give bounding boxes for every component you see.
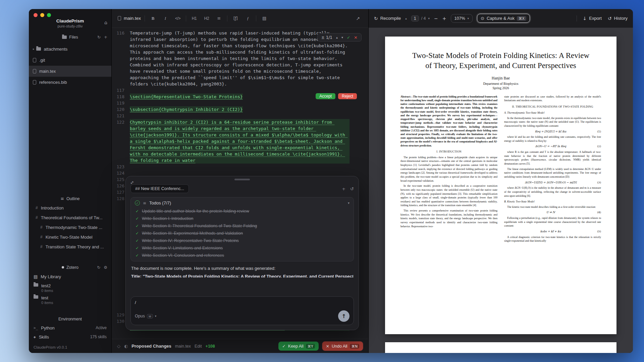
zotero-library-item[interactable]: ▤ My Library (29, 272, 111, 282)
file-tree-item[interactable]: references.bib (29, 77, 111, 88)
export-button[interactable]: ↓ Export (583, 16, 602, 21)
capture-ask-button[interactable]: ⊙ Capture & Ask ⌘X (477, 14, 530, 23)
recompile-button[interactable]: ↻ Recompile (374, 16, 401, 21)
outline-icon: ≡ (60, 196, 64, 201)
insert-figure-button[interactable]: ▤ (260, 14, 269, 23)
keep-all-button[interactable]: ✓ Keep All ⌘Y (278, 342, 318, 351)
send-button[interactable]: ↑ (338, 310, 350, 322)
file-tree-item[interactable]: .git (29, 55, 111, 66)
recompile-label: Recompile (380, 16, 401, 21)
italic-button[interactable]: I (161, 14, 170, 23)
plug-icon[interactable]: ◇ (117, 344, 120, 349)
recompile-menu-icon[interactable]: ▴ (405, 17, 407, 20)
todo-item: ✓ Write Section VI: Conclusion and refer… (135, 252, 350, 259)
outline-item[interactable]: # Introduction (29, 203, 111, 213)
zoom-window-button[interactable] (47, 13, 51, 17)
undo-all-button[interactable]: × Undo All ⌘N (322, 342, 363, 351)
accept-button[interactable]: Accept (316, 93, 335, 99)
home-icon[interactable]: ⌂ (104, 20, 107, 25)
diff-prev-icon[interactable]: ▴ (336, 36, 338, 39)
pdf-page-2 (385, 342, 616, 353)
chat-input[interactable]: / Opus M ▾ ↑ (130, 296, 354, 325)
refresh-icon[interactable]: ↻ (97, 35, 101, 40)
theme-icon[interactable]: ◐ (124, 344, 128, 349)
gear-icon[interactable]: ⚙ (104, 265, 107, 270)
outline-item[interactable]: # Theoretical Foundations of Tw... (29, 213, 111, 223)
line-number: 117 (112, 87, 130, 94)
zoom-out-button[interactable]: − (434, 16, 438, 21)
drag-handle[interactable] (234, 179, 250, 180)
plus-icon[interactable]: + (104, 35, 107, 40)
inline-math-button[interactable]: [ƒ] (231, 14, 240, 23)
page-menu-icon[interactable]: ▾ (428, 17, 430, 20)
outline-item[interactable]: # Transition State Theory and ... (29, 242, 111, 252)
workspace-name: pure-study-z8iv (34, 24, 107, 28)
new-chat-icon[interactable]: + (342, 186, 345, 191)
chat-history-icon[interactable]: ↺ (350, 186, 354, 191)
minimize-window-button[interactable] (40, 13, 44, 17)
reject-button[interactable]: Reject (338, 93, 357, 99)
code-line: 121 (112, 113, 368, 119)
file-tree-item[interactable]: ▸ attachments (29, 44, 111, 55)
diff-reject-icon[interactable]: × (354, 35, 358, 40)
environment-header-label: Environment (58, 317, 82, 321)
chevron-down-icon[interactable]: ▾ (155, 314, 157, 318)
outline-item[interactable]: # Thermodynamic Two-State ... (29, 223, 111, 232)
environment-item[interactable]: >_ Python Active (29, 323, 111, 333)
page-current-input[interactable]: 1 (411, 15, 419, 21)
env-item-name: Skills (39, 335, 49, 340)
todos-header[interactable]: ✓ ≡ Todos (7/7) ▾ (135, 200, 350, 205)
zotero-header-label: Zotero (66, 265, 78, 270)
diff-next-icon[interactable]: ▾ (341, 36, 343, 39)
paper-item: In the thermodynamic two-state model, th… (504, 116, 601, 128)
tab-main-tex[interactable]: main.tex (118, 16, 141, 21)
file-name: .git (39, 58, 45, 63)
bullet-list-button[interactable]: ≡ (215, 14, 223, 23)
toolbar-divider (145, 15, 145, 21)
collection-count: 0 items (41, 289, 53, 293)
assistant-message: The document is now complete. Here's a s… (131, 266, 353, 271)
heading2-button[interactable]: H2 (202, 14, 211, 23)
outline-item-label: Theoretical Foundations of Tw... (41, 215, 103, 220)
env-item-icon: ◆ (34, 335, 36, 339)
hash-icon: # (40, 235, 43, 239)
history-label: History (614, 16, 628, 21)
hash-icon: # (40, 225, 43, 230)
zoom-level-dropdown[interactable]: 107% ▾ (451, 14, 473, 23)
assistant-panel: ↔ ## New IEEE Conferenc... + ↺ ✓ ≡ Todos… (125, 176, 359, 330)
model-selector[interactable]: Opus (135, 314, 145, 318)
folder-icon (36, 47, 41, 51)
environment-item[interactable]: ◆ Skills 175 skills (29, 333, 111, 342)
heading1-button[interactable]: H1 (190, 14, 199, 23)
history-button[interactable]: ↺ History (608, 16, 628, 21)
bold-button[interactable]: B (149, 14, 157, 23)
paper-item: where ΔGN−U(H₂O) is the stability in the… (504, 186, 601, 198)
chevron-down-icon[interactable]: ▾ (348, 201, 350, 205)
line-number: 116 (112, 30, 130, 87)
paper-title: Two-State Models of Protein Folding Kine… (410, 51, 592, 71)
outline-item[interactable]: # Kinetic Two-State Model (29, 232, 111, 242)
diff-line-actions: Accept Reject (316, 93, 357, 99)
zotero-collection-item[interactable]: test 0 items (29, 294, 111, 306)
file-tree-item[interactable]: main.tex (29, 66, 111, 77)
diff-accept-icon[interactable]: ✓ (347, 35, 350, 40)
env-item-value: 175 skills (90, 335, 107, 339)
file-name: main.tex (39, 69, 56, 74)
pdf-viewport[interactable]: Two-State Models of Protein Folding Kine… (369, 28, 633, 353)
display-math-button[interactable]: ƒ (244, 14, 252, 23)
paper-item: kobs = kf + ku (5) (504, 230, 601, 234)
capture-shortcut: ⌘X (517, 16, 526, 21)
code-button[interactable]: </> (173, 14, 182, 23)
hash-icon: # (40, 244, 43, 249)
code-text: Temperature-jump (T-jump) methods use ra… (130, 30, 350, 87)
open-external-icon[interactable]: ↗ (354, 14, 362, 23)
close-window-button[interactable] (34, 13, 38, 17)
chat-tab[interactable]: ## New IEEE Conferenc... (130, 184, 189, 193)
check-icon: ✓ (282, 344, 285, 349)
diff-navigator: ± 1/1 ▴ ▾ ✓ × (317, 33, 362, 42)
refresh-icon[interactable]: ↻ (97, 265, 100, 270)
zotero-collection-item[interactable]: test2 0 items (29, 282, 111, 294)
pdf-pane: ↻ Recompile ▴ 1 / 4 ▾ − + 107% ▾ ⊙ Captu… (368, 9, 633, 353)
paper-item: where kf and ku are the folding and unfo… (504, 135, 601, 143)
zoom-in-button[interactable]: + (442, 16, 446, 21)
